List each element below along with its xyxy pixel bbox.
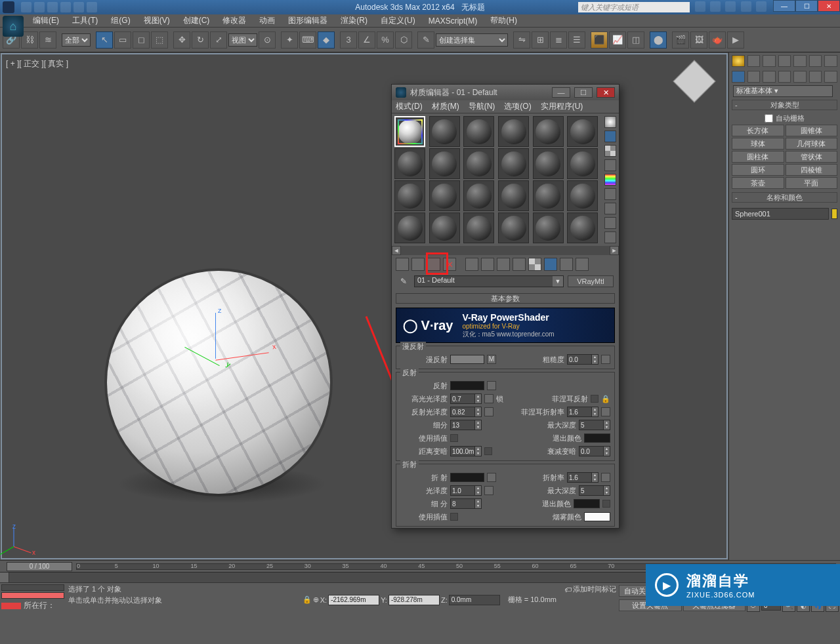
align-icon[interactable]: ⊞ — [532, 31, 549, 49]
me-close-button[interactable]: ✕ — [597, 87, 615, 98]
object-color-swatch[interactable] — [831, 209, 837, 219]
modify-tab-icon[interactable] — [747, 55, 761, 67]
bind-icon[interactable]: ≋ — [39, 31, 56, 49]
diffuse-map-button[interactable]: M — [487, 355, 496, 364]
get-material-icon[interactable] — [396, 258, 409, 271]
refract-map-button[interactable] — [487, 473, 496, 482]
help-search-input[interactable]: 键入关键字或短语 — [578, 2, 690, 12]
put-to-library-icon[interactable] — [497, 258, 510, 271]
select-rect-icon[interactable]: ◻ — [133, 31, 150, 49]
geometry-cat-icon[interactable] — [732, 71, 745, 83]
me-minimize-button[interactable]: — — [552, 87, 570, 98]
menu-modifiers[interactable]: 修改器 — [216, 15, 253, 26]
make-copy-icon[interactable] — [465, 258, 478, 271]
ior-map-button[interactable] — [601, 473, 610, 482]
refr-gloss-map-button[interactable] — [484, 486, 494, 495]
time-tag-icon[interactable]: 🏷 — [564, 586, 572, 594]
dim-dist-checkbox[interactable] — [484, 447, 492, 455]
material-slot-4[interactable] — [498, 116, 529, 147]
refr-maxdepth-spinner[interactable]: 5▴▾ — [579, 485, 610, 496]
render-prod-icon[interactable]: 🫖 — [709, 31, 726, 49]
material-slot-24[interactable] — [567, 212, 598, 243]
app-menu-button[interactable]: ⌂ — [3, 16, 24, 37]
material-slot-9[interactable] — [463, 148, 494, 179]
select-name-icon[interactable]: ▭ — [114, 31, 131, 49]
material-slot-7[interactable] — [394, 148, 425, 179]
spinner-snap-icon[interactable]: ⬡ — [395, 31, 412, 49]
manipulate-icon[interactable]: ✦ — [281, 31, 298, 49]
reflect-color-swatch[interactable] — [450, 381, 484, 390]
shapes-cat-icon[interactable] — [747, 71, 761, 83]
hammer-tab-icon[interactable] — [824, 55, 837, 67]
spacewarps-cat-icon[interactable] — [809, 71, 822, 83]
menu-create[interactable]: 创建(C) — [177, 15, 217, 26]
material-slot-22[interactable] — [498, 212, 529, 243]
menu-tools[interactable]: 工具(T) — [66, 15, 104, 26]
snap-toggle[interactable]: ◆ — [318, 31, 335, 49]
angle-snap-icon[interactable]: ∠ — [358, 31, 375, 49]
exchange-icon[interactable] — [725, 1, 736, 12]
sphere-object[interactable] — [107, 271, 330, 494]
menu-help[interactable]: 帮助(H) — [484, 15, 524, 26]
material-slot-15[interactable] — [463, 180, 494, 211]
hierarchy-tab-icon[interactable] — [763, 55, 776, 67]
fresnel-ior-map-button[interactable] — [601, 407, 610, 416]
close-button[interactable]: ✕ — [818, 0, 840, 12]
auto-grid-checkbox[interactable]: 自动栅格 — [765, 113, 805, 123]
macro-recorder[interactable] — [1, 592, 64, 599]
material-slot-11[interactable] — [533, 148, 564, 179]
tube-button[interactable]: 管状体 — [786, 151, 838, 163]
search-icon[interactable] — [695, 1, 705, 12]
tb-more-icon[interactable] — [87, 2, 97, 12]
refl-gloss-map-button[interactable] — [484, 407, 494, 416]
show-end-result-icon[interactable] — [544, 258, 557, 271]
me-menu-navigate[interactable]: 导航(N) — [469, 101, 495, 112]
object-name-input[interactable] — [732, 208, 829, 220]
dim-falloff-spinner[interactable]: 0.0▴▾ — [579, 446, 610, 456]
tb-new-icon[interactable] — [21, 2, 32, 12]
box-button[interactable]: 长方体 — [732, 125, 784, 136]
lights-cat-icon[interactable] — [763, 71, 776, 83]
sample-uv-icon[interactable] — [604, 159, 616, 171]
scale-tool[interactable]: ⤢ — [210, 31, 227, 49]
viewport-label[interactable]: [ + ][ 正交 ][ 真实 ] — [6, 58, 68, 70]
signin-icon[interactable] — [710, 1, 721, 12]
material-slot-6[interactable] — [567, 116, 598, 147]
abs-mode-icon[interactable]: ⊕ — [313, 595, 319, 604]
curve-editor-icon[interactable]: 📈 — [609, 31, 626, 49]
teapot-button[interactable]: 茶壶 — [732, 177, 784, 189]
material-slot-5[interactable] — [533, 116, 564, 147]
me-maximize-button[interactable]: ☐ — [574, 87, 593, 98]
selection-filter-dropdown[interactable]: 全部 — [62, 33, 91, 47]
put-to-scene-icon[interactable] — [411, 258, 425, 271]
slot-scroll-right[interactable]: ► — [610, 246, 619, 255]
mini-listener[interactable] — [1, 584, 64, 591]
sphere-button[interactable]: 球体 — [732, 138, 784, 150]
render-frame-icon[interactable]: 🖼 — [690, 31, 707, 49]
material-slot-13[interactable] — [394, 180, 425, 211]
layer-manager-icon[interactable]: ☰ — [568, 31, 585, 49]
material-slot-1[interactable] — [394, 116, 425, 147]
add-time-tag-label[interactable]: 添加时间标记 — [573, 584, 616, 594]
favorite-icon[interactable] — [741, 1, 751, 12]
material-slot-19[interactable] — [394, 212, 425, 243]
options-icon[interactable] — [604, 203, 616, 214]
make-preview-icon[interactable] — [604, 188, 616, 200]
rotate-tool[interactable]: ↻ — [192, 31, 209, 49]
refl-subdiv-spinner[interactable]: 13▴▾ — [450, 420, 482, 430]
layers-icon[interactable]: ≣ — [550, 31, 567, 49]
roughness-map-button[interactable] — [601, 355, 610, 364]
me-menu-material[interactable]: 材质(M) — [432, 101, 459, 112]
select-window-icon[interactable]: ⬚ — [151, 31, 168, 49]
reflect-map-button[interactable] — [487, 381, 496, 390]
ior-spinner[interactable]: 1.6▴▾ — [567, 472, 598, 483]
plane-button[interactable]: 平面 — [786, 177, 838, 189]
gizmo-z-axis[interactable] — [215, 313, 216, 359]
go-to-parent-icon[interactable] — [560, 258, 573, 271]
name-color-rollout[interactable]: -名称和颜色 — [732, 192, 837, 203]
material-editor-button[interactable]: ⬤ — [650, 31, 667, 49]
fresnel-ior-spinner[interactable]: 1.6▴▾ — [567, 407, 598, 417]
pyramid-button[interactable]: 四棱锥 — [786, 164, 838, 176]
menu-views[interactable]: 视图(V) — [137, 15, 177, 26]
me-menu-mode[interactable]: 模式(D) — [396, 101, 423, 112]
